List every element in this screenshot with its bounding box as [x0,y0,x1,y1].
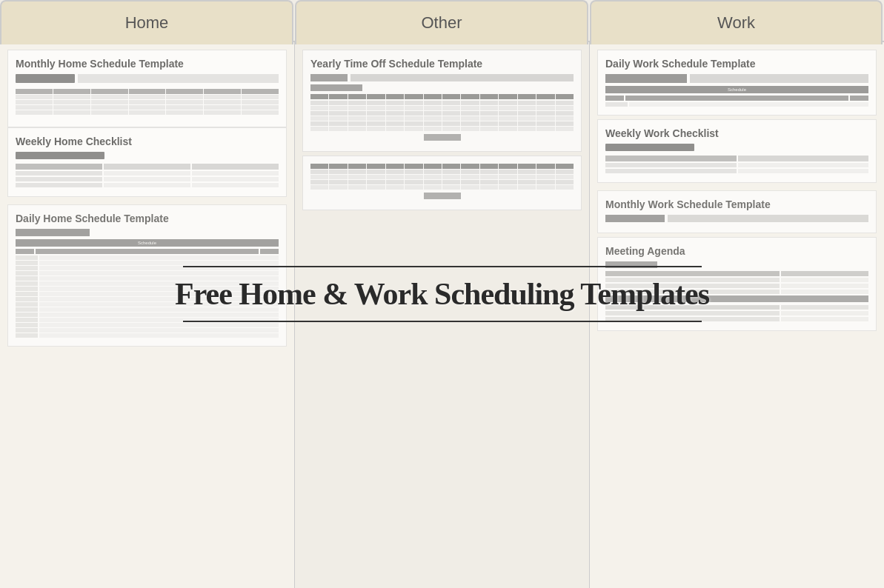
monthly-work-title: Monthly Work Schedule Template [605,198,868,210]
yearly-timeoff-page-2 [302,156,582,210]
tabs-row: Home Other Work [0,0,884,44]
weekly-work-checklist-page: Weekly Work Checklist [597,119,877,183]
other-column: Yearly Time Off Schedule Template [295,41,590,588]
work-schedule-header: Schedule [605,86,868,93]
weekly-home-checklist-page: Weekly Home Checklist [7,127,287,197]
yearly-timeoff-title: Yearly Time Off Schedule Template [310,58,574,70]
monthly-home-page: Monthly Home Schedule Template [7,50,287,127]
home-column: Monthly Home Schedule Template Weekly Ho… [0,41,295,588]
weekly-work-title: Weekly Work Checklist [605,127,868,139]
tab-work[interactable]: Work [590,0,883,44]
yearly-timeoff-page: Yearly Time Off Schedule Template [302,50,582,152]
columns-area: Monthly Home Schedule Template Weekly Ho… [0,41,884,588]
daily-work-title: Daily Work Schedule Template [605,58,868,70]
tab-home[interactable]: Home [0,0,293,44]
meeting-agenda-title: Meeting Agenda [605,245,868,257]
work-column: Daily Work Schedule Template Schedule We… [590,41,884,588]
daily-work-page: Daily Work Schedule Template Schedule [597,50,877,116]
monthly-home-title: Monthly Home Schedule Template [16,58,279,70]
weekly-home-title: Weekly Home Checklist [16,136,279,147]
daily-home-page: Daily Home Schedule Template Schedule [7,204,287,347]
daily-home-title: Daily Home Schedule Template [16,213,279,224]
tab-other[interactable]: Other [295,0,588,44]
monthly-work-page: Monthly Work Schedule Template [597,190,877,233]
schedule-header: Schedule [16,239,279,247]
meeting-agenda-page: Meeting Agenda [597,237,877,331]
